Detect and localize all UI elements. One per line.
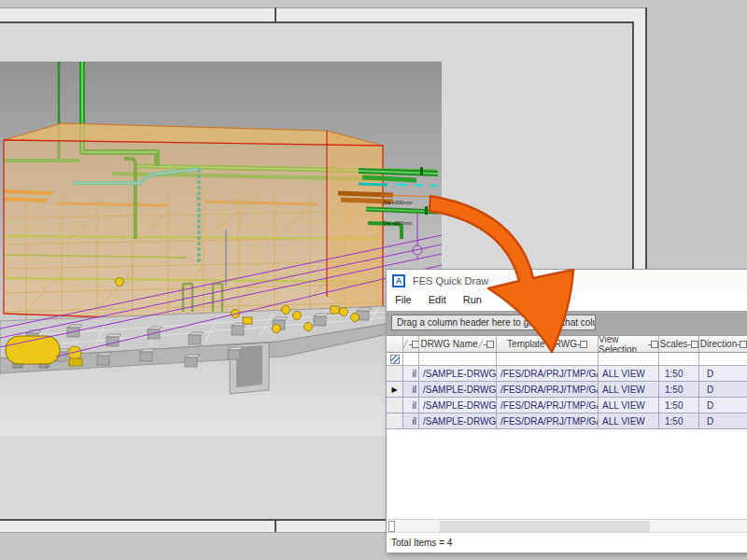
cell-select[interactable]: il — [403, 382, 419, 398]
cell-drwg-name[interactable]: /SAMPLE-DRWG-01 — [419, 382, 497, 398]
cell-template-drwg[interactable]: /FES/DRA/PRJ/TMP/GA/A2 — [497, 398, 599, 413]
statusbar: Total Items = 4 — [387, 532, 747, 553]
header-label: Template DRWG — [507, 339, 577, 349]
cell-template-drwg[interactable]: /FES/DRA/PRJ/TMP/GA/A2 — [497, 382, 599, 398]
pin-icon[interactable] — [412, 341, 419, 348]
header-select-column[interactable]: ╱ — [403, 336, 419, 353]
cell-scales[interactable]: 1:50 — [659, 413, 699, 429]
header-direction[interactable]: Direction — [699, 336, 747, 353]
sheet-border-tick — [275, 519, 276, 533]
header-template-drwg[interactable]: Template DRWG — [497, 336, 599, 353]
header-view-selection[interactable]: View Selection — [599, 336, 659, 353]
header-label: Direction — [700, 339, 737, 349]
cell-template-drwg[interactable]: /FES/DRA/PRJ/TMP/GA/A2 — [497, 413, 599, 429]
row-indicator — [387, 366, 403, 382]
table-row[interactable]: ▶ il /SAMPLE-DRWG-01 /FES/DRA/PRJ/TMP/GA… — [387, 382, 747, 398]
table-row[interactable]: il /SAMPLE-DRWG-03 /FES/DRA/PRJ/TMP/GA/A… — [387, 413, 747, 429]
menu-run[interactable]: Run — [455, 294, 490, 305]
horizontal-scrollbar[interactable] — [387, 519, 747, 532]
cell-scales[interactable]: 1:50 — [659, 398, 699, 413]
filter-cell[interactable] — [419, 353, 497, 366]
filter-cell[interactable] — [497, 353, 599, 366]
header-label: Scales — [659, 339, 687, 349]
row-indicator — [387, 413, 403, 429]
cell-direction[interactable]: D — [699, 413, 747, 429]
filter-cell[interactable] — [699, 353, 747, 366]
header-label: DRWG Name — [421, 339, 478, 349]
3d-viewport[interactable]: Dia +000mm Dia +000mm — [0, 62, 442, 435]
sheet-border-line — [0, 21, 634, 23]
filter-cell[interactable] — [403, 353, 419, 366]
total-items-label: Total Items = 4 — [391, 538, 452, 548]
app-icon: A — [392, 274, 405, 287]
pipe-dimension-label: Dia +000mm — [383, 200, 413, 205]
grid-filter-row[interactable] — [387, 353, 747, 366]
cell-template-drwg[interactable]: /FES/DRA/PRJ/TMP/GA/A2 — [497, 366, 599, 382]
cell-view-selection[interactable]: ALL VIEW — [599, 366, 659, 382]
cell-view-selection[interactable]: ALL VIEW — [599, 413, 659, 429]
pin-icon[interactable] — [740, 341, 747, 348]
sort-icon: ╱ — [479, 340, 484, 348]
cell-drwg-name[interactable]: /SAMPLE-DRWG-00 — [419, 366, 497, 382]
menubar: File Edit Run — [387, 291, 747, 307]
drawings-grid: ╱ DRWG Name ╱ Template DRWG View Selecti… — [387, 335, 747, 429]
group-panel-hint: Drag a column header here to group by th… — [391, 315, 596, 330]
filter-cell[interactable] — [599, 353, 659, 366]
header-scales[interactable]: Scales — [659, 336, 699, 353]
menu-file[interactable]: File — [387, 294, 420, 305]
current-row-indicator: ▶ — [387, 382, 403, 398]
cell-direction[interactable]: D — [699, 366, 747, 382]
pin-icon[interactable] — [580, 341, 587, 348]
menu-edit[interactable]: Edit — [420, 294, 455, 305]
grid-header-row: ╱ DRWG Name ╱ Template DRWG View Selecti… — [387, 336, 747, 353]
cell-scales[interactable]: 1:50 — [659, 366, 699, 382]
sheet-border-line — [0, 7, 647, 8]
grid-group-panel[interactable]: Drag a column header here to group by th… — [387, 311, 747, 335]
window-titlebar[interactable]: A FES Quick Draw — [387, 270, 747, 291]
header-drwg-name[interactable]: DRWG Name ╱ — [419, 336, 497, 353]
pipe-dimension-label: Dia +000mm — [383, 220, 413, 226]
pin-icon[interactable] — [486, 341, 494, 348]
scrollbar-thumb[interactable] — [440, 521, 650, 532]
fes-quick-draw-window: A FES Quick Draw File Edit Run Drag a co… — [386, 269, 747, 553]
cell-view-selection[interactable]: ALL VIEW — [599, 398, 659, 413]
sheet-border-tick — [275, 7, 276, 22]
cell-direction[interactable]: D — [699, 382, 747, 398]
row-indicator — [387, 398, 403, 413]
scrollbar-sizer[interactable] — [388, 521, 395, 532]
pin-icon[interactable] — [691, 341, 698, 348]
clash-volume-box — [4, 123, 383, 327]
filter-icon[interactable] — [390, 355, 400, 364]
cell-drwg-name[interactable]: /SAMPLE-DRWG-02 — [419, 398, 497, 413]
cell-direction[interactable]: D — [699, 398, 747, 413]
cell-select[interactable]: il — [403, 413, 419, 429]
current-row-icon: ▶ — [391, 385, 397, 394]
header-row-indicator — [387, 336, 403, 353]
cell-drwg-name[interactable]: /SAMPLE-DRWG-03 — [419, 413, 497, 429]
pin-icon[interactable] — [651, 341, 658, 348]
sort-icon: ╱ — [403, 340, 408, 348]
filter-row-indicator — [387, 353, 403, 366]
window-title: FES Quick Draw — [413, 275, 488, 287]
filter-cell[interactable] — [659, 353, 699, 366]
cell-view-selection[interactable]: ALL VIEW — [599, 382, 659, 398]
table-row[interactable]: il /SAMPLE-DRWG-02 /FES/DRA/PRJ/TMP/GA/A… — [387, 398, 747, 413]
table-row[interactable]: il /SAMPLE-DRWG-00 /FES/DRA/PRJ/TMP/GA/A… — [387, 366, 747, 382]
cell-select[interactable]: il — [403, 398, 419, 413]
cell-scales[interactable]: 1:50 — [659, 382, 699, 398]
cell-select[interactable]: il — [403, 366, 419, 382]
header-label: View Selection — [599, 336, 648, 353]
